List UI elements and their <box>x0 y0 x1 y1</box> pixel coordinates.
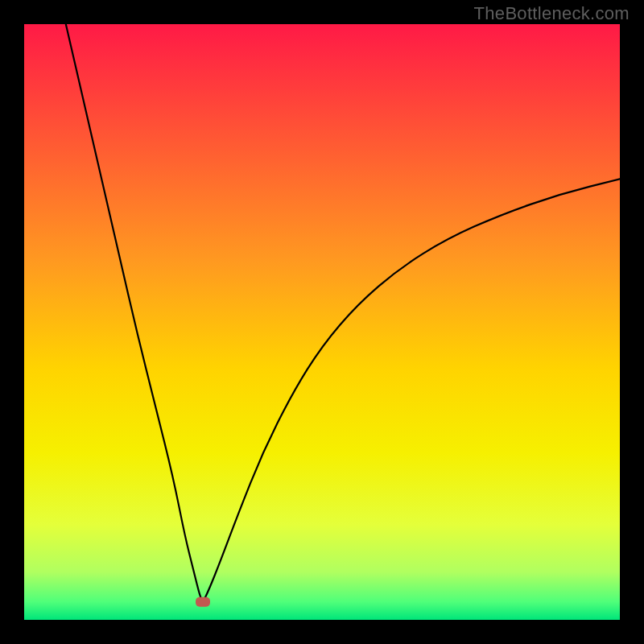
plot-area <box>24 24 620 620</box>
gradient-background <box>24 24 620 620</box>
optimal-marker <box>196 597 210 607</box>
watermark-text: TheBottleneck.com <box>474 3 630 24</box>
bottleneck-chart <box>24 24 620 620</box>
chart-frame: TheBottleneck.com <box>0 0 644 644</box>
